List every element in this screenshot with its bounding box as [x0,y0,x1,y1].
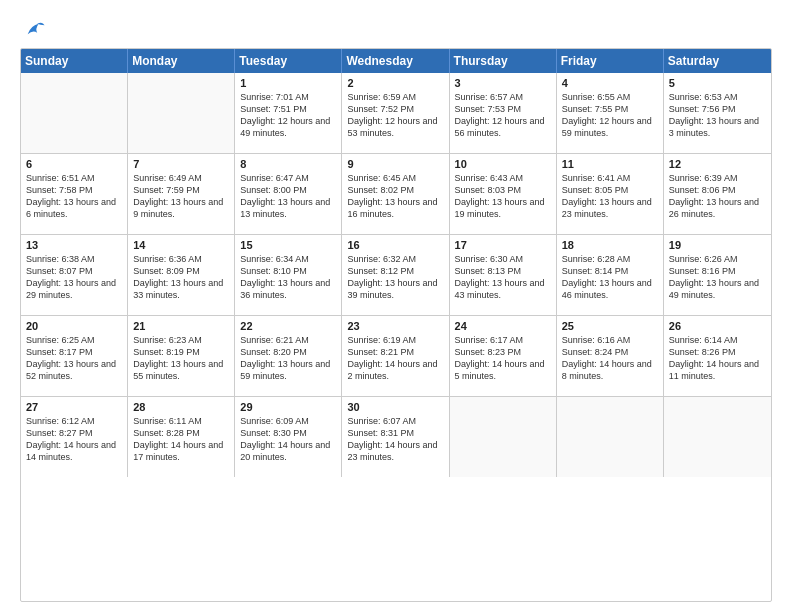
cal-cell [128,73,235,153]
cal-cell-info: Sunrise: 6:16 AM Sunset: 8:24 PM Dayligh… [562,334,658,383]
cal-cell-info: Sunrise: 6:21 AM Sunset: 8:20 PM Dayligh… [240,334,336,383]
cal-cell-info: Sunrise: 6:25 AM Sunset: 8:17 PM Dayligh… [26,334,122,383]
cal-cell-info: Sunrise: 6:36 AM Sunset: 8:09 PM Dayligh… [133,253,229,302]
cal-cell-number: 29 [240,401,336,413]
cal-header-day: Friday [557,49,664,73]
cal-cell-info: Sunrise: 6:26 AM Sunset: 8:16 PM Dayligh… [669,253,766,302]
cal-cell-info: Sunrise: 6:57 AM Sunset: 7:53 PM Dayligh… [455,91,551,140]
cal-cell: 24Sunrise: 6:17 AM Sunset: 8:23 PM Dayli… [450,316,557,396]
cal-cell: 19Sunrise: 6:26 AM Sunset: 8:16 PM Dayli… [664,235,771,315]
cal-cell [664,397,771,477]
cal-header-day: Monday [128,49,235,73]
cal-cell-info: Sunrise: 6:09 AM Sunset: 8:30 PM Dayligh… [240,415,336,464]
calendar-body: 1Sunrise: 7:01 AM Sunset: 7:51 PM Daylig… [21,73,771,477]
cal-cell-info: Sunrise: 6:39 AM Sunset: 8:06 PM Dayligh… [669,172,766,221]
cal-cell-info: Sunrise: 6:38 AM Sunset: 8:07 PM Dayligh… [26,253,122,302]
cal-cell-info: Sunrise: 7:01 AM Sunset: 7:51 PM Dayligh… [240,91,336,140]
cal-cell-info: Sunrise: 6:23 AM Sunset: 8:19 PM Dayligh… [133,334,229,383]
cal-cell-number: 22 [240,320,336,332]
cal-cell-info: Sunrise: 6:34 AM Sunset: 8:10 PM Dayligh… [240,253,336,302]
cal-cell-number: 21 [133,320,229,332]
cal-cell: 16Sunrise: 6:32 AM Sunset: 8:12 PM Dayli… [342,235,449,315]
cal-cell [21,73,128,153]
cal-header-day: Thursday [450,49,557,73]
cal-cell-number: 6 [26,158,122,170]
logo-bird-icon [24,18,46,40]
cal-cell [450,397,557,477]
cal-cell: 28Sunrise: 6:11 AM Sunset: 8:28 PM Dayli… [128,397,235,477]
cal-cell-number: 30 [347,401,443,413]
cal-row: 20Sunrise: 6:25 AM Sunset: 8:17 PM Dayli… [21,315,771,396]
cal-cell-number: 9 [347,158,443,170]
cal-cell: 7Sunrise: 6:49 AM Sunset: 7:59 PM Daylig… [128,154,235,234]
calendar: SundayMondayTuesdayWednesdayThursdayFrid… [20,48,772,602]
cal-cell-number: 13 [26,239,122,251]
cal-cell-number: 20 [26,320,122,332]
cal-header-day: Saturday [664,49,771,73]
cal-cell-number: 17 [455,239,551,251]
cal-cell: 4Sunrise: 6:55 AM Sunset: 7:55 PM Daylig… [557,73,664,153]
cal-cell-info: Sunrise: 6:32 AM Sunset: 8:12 PM Dayligh… [347,253,443,302]
cal-cell-info: Sunrise: 6:49 AM Sunset: 7:59 PM Dayligh… [133,172,229,221]
cal-cell-number: 11 [562,158,658,170]
cal-cell-info: Sunrise: 6:59 AM Sunset: 7:52 PM Dayligh… [347,91,443,140]
cal-cell-info: Sunrise: 6:07 AM Sunset: 8:31 PM Dayligh… [347,415,443,464]
cal-cell-info: Sunrise: 6:43 AM Sunset: 8:03 PM Dayligh… [455,172,551,221]
cal-row: 1Sunrise: 7:01 AM Sunset: 7:51 PM Daylig… [21,73,771,153]
cal-header-day: Tuesday [235,49,342,73]
cal-cell: 30Sunrise: 6:07 AM Sunset: 8:31 PM Dayli… [342,397,449,477]
cal-cell-info: Sunrise: 6:17 AM Sunset: 8:23 PM Dayligh… [455,334,551,383]
cal-cell: 18Sunrise: 6:28 AM Sunset: 8:14 PM Dayli… [557,235,664,315]
cal-cell-number: 14 [133,239,229,251]
cal-cell-number: 24 [455,320,551,332]
cal-cell: 1Sunrise: 7:01 AM Sunset: 7:51 PM Daylig… [235,73,342,153]
cal-row: 27Sunrise: 6:12 AM Sunset: 8:27 PM Dayli… [21,396,771,477]
cal-cell-number: 23 [347,320,443,332]
cal-cell: 12Sunrise: 6:39 AM Sunset: 8:06 PM Dayli… [664,154,771,234]
cal-cell-number: 25 [562,320,658,332]
cal-cell-number: 19 [669,239,766,251]
cal-cell-info: Sunrise: 6:51 AM Sunset: 7:58 PM Dayligh… [26,172,122,221]
header [20,18,772,40]
cal-cell: 23Sunrise: 6:19 AM Sunset: 8:21 PM Dayli… [342,316,449,396]
cal-cell-number: 8 [240,158,336,170]
cal-cell: 3Sunrise: 6:57 AM Sunset: 7:53 PM Daylig… [450,73,557,153]
cal-header-day: Wednesday [342,49,449,73]
cal-cell-info: Sunrise: 6:30 AM Sunset: 8:13 PM Dayligh… [455,253,551,302]
cal-cell: 17Sunrise: 6:30 AM Sunset: 8:13 PM Dayli… [450,235,557,315]
cal-cell-number: 16 [347,239,443,251]
cal-cell: 5Sunrise: 6:53 AM Sunset: 7:56 PM Daylig… [664,73,771,153]
cal-cell-info: Sunrise: 6:41 AM Sunset: 8:05 PM Dayligh… [562,172,658,221]
cal-cell-number: 1 [240,77,336,89]
logo [20,18,46,40]
cal-cell-info: Sunrise: 6:55 AM Sunset: 7:55 PM Dayligh… [562,91,658,140]
cal-cell-number: 2 [347,77,443,89]
cal-cell-info: Sunrise: 6:47 AM Sunset: 8:00 PM Dayligh… [240,172,336,221]
cal-cell-number: 18 [562,239,658,251]
cal-cell: 2Sunrise: 6:59 AM Sunset: 7:52 PM Daylig… [342,73,449,153]
cal-cell: 22Sunrise: 6:21 AM Sunset: 8:20 PM Dayli… [235,316,342,396]
cal-cell: 21Sunrise: 6:23 AM Sunset: 8:19 PM Dayli… [128,316,235,396]
cal-cell-number: 27 [26,401,122,413]
cal-cell-number: 28 [133,401,229,413]
cal-cell-info: Sunrise: 6:11 AM Sunset: 8:28 PM Dayligh… [133,415,229,464]
cal-cell-number: 10 [455,158,551,170]
cal-cell-info: Sunrise: 6:53 AM Sunset: 7:56 PM Dayligh… [669,91,766,140]
cal-cell: 6Sunrise: 6:51 AM Sunset: 7:58 PM Daylig… [21,154,128,234]
cal-cell: 15Sunrise: 6:34 AM Sunset: 8:10 PM Dayli… [235,235,342,315]
cal-cell: 14Sunrise: 6:36 AM Sunset: 8:09 PM Dayli… [128,235,235,315]
cal-cell: 13Sunrise: 6:38 AM Sunset: 8:07 PM Dayli… [21,235,128,315]
cal-cell: 9Sunrise: 6:45 AM Sunset: 8:02 PM Daylig… [342,154,449,234]
cal-cell-number: 26 [669,320,766,332]
cal-cell [557,397,664,477]
cal-cell-number: 4 [562,77,658,89]
cal-row: 6Sunrise: 6:51 AM Sunset: 7:58 PM Daylig… [21,153,771,234]
cal-cell-number: 7 [133,158,229,170]
cal-cell: 10Sunrise: 6:43 AM Sunset: 8:03 PM Dayli… [450,154,557,234]
page: SundayMondayTuesdayWednesdayThursdayFrid… [0,0,792,612]
cal-cell: 29Sunrise: 6:09 AM Sunset: 8:30 PM Dayli… [235,397,342,477]
cal-cell: 26Sunrise: 6:14 AM Sunset: 8:26 PM Dayli… [664,316,771,396]
cal-cell: 8Sunrise: 6:47 AM Sunset: 8:00 PM Daylig… [235,154,342,234]
cal-cell: 27Sunrise: 6:12 AM Sunset: 8:27 PM Dayli… [21,397,128,477]
cal-row: 13Sunrise: 6:38 AM Sunset: 8:07 PM Dayli… [21,234,771,315]
